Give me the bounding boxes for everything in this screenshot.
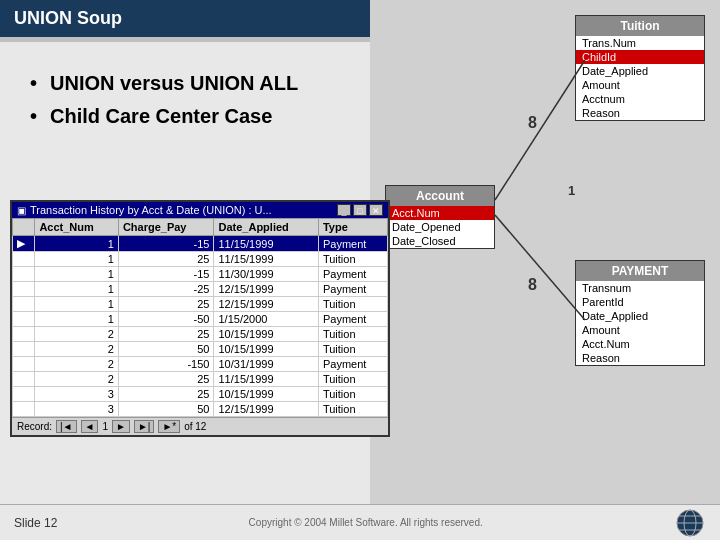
- payment-box: PAYMENT Transnum ParentId Date_Applied A…: [575, 260, 705, 366]
- row-chargepay: 25: [118, 252, 214, 267]
- row-dateapplied: 10/15/1999: [214, 327, 318, 342]
- row-dateapplied: 10/31/1999: [214, 357, 318, 372]
- table-row[interactable]: 1-501/15/2000Payment: [13, 312, 388, 327]
- window-controls: _ □ ✕: [337, 204, 383, 216]
- col-acctnum: Acct_Num: [35, 219, 119, 236]
- record-label: Record:: [17, 421, 52, 432]
- nav-first-button[interactable]: |◄: [56, 420, 77, 433]
- row-dateapplied: 12/15/1999: [214, 297, 318, 312]
- row-acctnum: 2: [35, 357, 119, 372]
- row-acctnum: 1: [35, 312, 119, 327]
- col-chargepay: Charge_Pay: [118, 219, 214, 236]
- row-chargepay: 25: [118, 372, 214, 387]
- row-type: Payment: [318, 236, 387, 252]
- row-dateapplied: 11/15/1999: [214, 252, 318, 267]
- minimize-button[interactable]: _: [337, 204, 351, 216]
- table-row[interactable]: 12511/15/1999Tuition: [13, 252, 388, 267]
- right-panel: Tuition Trans.Num ChildId Date_Applied A…: [370, 0, 720, 540]
- row-dateapplied: 11/15/1999: [214, 236, 318, 252]
- svg-text:8: 8: [528, 114, 537, 131]
- row-selector: ▶: [13, 236, 35, 252]
- svg-text:8: 8: [528, 276, 537, 293]
- row-type: Payment: [318, 267, 387, 282]
- table-row[interactable]: 1-2512/15/1999Payment: [13, 282, 388, 297]
- table-row[interactable]: 1-1511/30/1999Payment: [13, 267, 388, 282]
- col-selector: [13, 219, 35, 236]
- bullet-item-1: UNION versus UNION ALL: [30, 72, 340, 95]
- table-row[interactable]: 25010/15/1999Tuition: [13, 342, 388, 357]
- row-acctnum: 3: [35, 402, 119, 417]
- row-type: Payment: [318, 312, 387, 327]
- row-acctnum: 1: [35, 282, 119, 297]
- nav-bar: Record: |◄ ◄ 1 ► ►| ►* of 12: [12, 417, 388, 435]
- tuition-header: Tuition: [576, 16, 704, 36]
- close-button[interactable]: ✕: [369, 204, 383, 216]
- payment-field-acctnum: Acct.Num: [576, 337, 704, 351]
- row-type: Tuition: [318, 327, 387, 342]
- row-chargepay: 25: [118, 327, 214, 342]
- transaction-body: ▶1-1511/15/1999Payment12511/15/1999Tuiti…: [13, 236, 388, 417]
- table-header-row: Acct_Num Charge_Pay Date_Applied Type: [13, 219, 388, 236]
- row-acctnum: 1: [35, 252, 119, 267]
- tuition-field-childid: ChildId: [576, 50, 704, 64]
- row-acctnum: 2: [35, 342, 119, 357]
- table-row[interactable]: ▶1-1511/15/1999Payment: [13, 236, 388, 252]
- tuition-field-amount: Amount: [576, 78, 704, 92]
- row-type: Tuition: [318, 342, 387, 357]
- account-field-acctnum: Acct.Num: [386, 206, 494, 220]
- transaction-window[interactable]: ▣ Transaction History by Acct & Date (UN…: [10, 200, 390, 437]
- row-dateapplied: 12/15/1999: [214, 402, 318, 417]
- copyright-text: Copyright © 2004 Millet Software. All ri…: [249, 517, 483, 528]
- footer: Slide 12 Copyright © 2004 Millet Softwar…: [0, 504, 720, 540]
- row-selector: [13, 312, 35, 327]
- row-chargepay: -15: [118, 236, 214, 252]
- page-title: UNION Soup: [14, 8, 122, 28]
- nav-new-button[interactable]: ►*: [158, 420, 180, 433]
- row-acctnum: 2: [35, 327, 119, 342]
- table-row[interactable]: 2-15010/31/1999Payment: [13, 357, 388, 372]
- account-header: Account: [386, 186, 494, 206]
- table-row[interactable]: 35012/15/1999Tuition: [13, 402, 388, 417]
- payment-field-parentid: ParentId: [576, 295, 704, 309]
- row-chargepay: -150: [118, 357, 214, 372]
- row-type: Payment: [318, 282, 387, 297]
- row-dateapplied: 10/15/1999: [214, 387, 318, 402]
- table-row[interactable]: 22510/15/1999Tuition: [13, 327, 388, 342]
- row-acctnum: 3: [35, 387, 119, 402]
- row-type: Tuition: [318, 402, 387, 417]
- row-selector: [13, 297, 35, 312]
- table-row[interactable]: 12512/15/1999Tuition: [13, 297, 388, 312]
- row-selector: [13, 267, 35, 282]
- payment-header: PAYMENT: [576, 261, 704, 281]
- nav-next-button[interactable]: ►: [112, 420, 130, 433]
- account-box: Account Acct.Num Date_Opened Date_Closed: [385, 185, 495, 249]
- bullet-list: UNION versus UNION ALL Child Care Center…: [30, 72, 340, 128]
- window-title-bar: ▣ Transaction History by Acct & Date (UN…: [12, 202, 388, 218]
- row-acctnum: 1: [35, 267, 119, 282]
- row-selector: [13, 387, 35, 402]
- maximize-button[interactable]: □: [353, 204, 367, 216]
- nav-last-button[interactable]: ►|: [134, 420, 155, 433]
- transaction-table: Acct_Num Charge_Pay Date_Applied Type ▶1…: [12, 218, 388, 417]
- row-chargepay: 50: [118, 342, 214, 357]
- row-dateapplied: 11/30/1999: [214, 267, 318, 282]
- nav-prev-button[interactable]: ◄: [81, 420, 99, 433]
- row-type: Payment: [318, 357, 387, 372]
- row-chargepay: -15: [118, 267, 214, 282]
- row-chargepay: 25: [118, 297, 214, 312]
- window-title-icon: ▣: [17, 205, 26, 216]
- row-chargepay: -25: [118, 282, 214, 297]
- tuition-box: Tuition Trans.Num ChildId Date_Applied A…: [575, 15, 705, 121]
- svg-line-0: [495, 60, 585, 200]
- table-row[interactable]: 32510/15/1999Tuition: [13, 387, 388, 402]
- table-row[interactable]: 22511/15/1999Tuition: [13, 372, 388, 387]
- row-selector: [13, 372, 35, 387]
- row-type: Tuition: [318, 372, 387, 387]
- row-dateapplied: 11/15/1999: [214, 372, 318, 387]
- row-type: Tuition: [318, 297, 387, 312]
- payment-field-transnum: Transnum: [576, 281, 704, 295]
- payment-field-reason: Reason: [576, 351, 704, 365]
- tuition-field-transnum: Trans.Num: [576, 36, 704, 50]
- row-selector: [13, 342, 35, 357]
- row-selector: [13, 327, 35, 342]
